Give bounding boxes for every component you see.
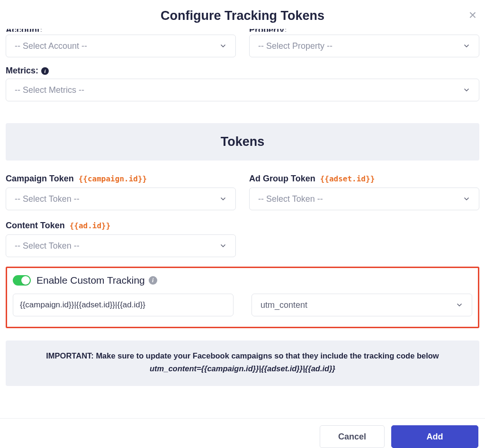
important-line1: IMPORTANT: Make sure to update your Face…	[46, 351, 439, 360]
toggle-knob	[21, 276, 30, 285]
custom-tracking-param-select[interactable]: utm_content	[251, 294, 472, 316]
info-icon[interactable]: i	[149, 276, 157, 285]
content-token-label: Content Token {{ad.id}}	[6, 221, 236, 231]
add-button[interactable]: Add	[391, 425, 478, 448]
important-notice: IMPORTANT: Make sure to update your Face…	[6, 340, 479, 386]
property-select[interactable]: -- Select Property --	[249, 35, 479, 57]
property-label: Property:	[249, 29, 479, 32]
account-select[interactable]: -- Select Account --	[6, 35, 236, 57]
enable-custom-tracking-label: Enable Custom Tracking i	[36, 275, 157, 286]
metrics-label: Metrics: i	[6, 66, 479, 76]
account-placeholder: -- Select Account --	[15, 41, 87, 51]
content-token-select[interactable]: -- Select Token --	[6, 234, 236, 257]
chevron-down-icon	[219, 195, 227, 203]
chevron-down-icon	[219, 242, 227, 250]
adgroup-token-label: Ad Group Token {{adset.id}}	[249, 174, 479, 184]
important-line2: utm_content={{campaign.id}}|{{adset.id}}…	[20, 363, 465, 375]
campaign-token-select[interactable]: -- Select Token --	[6, 188, 236, 210]
chevron-down-icon	[463, 195, 470, 203]
modal-title: Configure Tracking Tokens	[0, 9, 485, 23]
configure-tracking-modal: Configure Tracking Tokens × Account: -- …	[0, 0, 485, 448]
close-icon[interactable]: ×	[469, 9, 476, 22]
metrics-placeholder: -- Select Metrics --	[15, 85, 84, 95]
adgroup-token-code: {{adset.id}}	[320, 174, 375, 183]
property-placeholder: -- Select Property --	[258, 41, 332, 51]
info-icon[interactable]: i	[41, 67, 49, 75]
cancel-button[interactable]: Cancel	[320, 425, 385, 448]
chevron-down-icon	[219, 42, 227, 50]
content-token-code: {{ad.id}}	[70, 221, 111, 230]
chevron-down-icon	[463, 86, 470, 94]
account-label: Account:	[6, 29, 236, 32]
adgroup-token-select[interactable]: -- Select Token --	[249, 188, 479, 210]
campaign-token-code: {{campaign.id}}	[79, 174, 147, 183]
chevron-down-icon	[463, 42, 470, 50]
chevron-down-icon	[456, 301, 463, 309]
modal-body: Account: -- Select Account -- Property: …	[0, 29, 485, 418]
custom-tracking-pattern-input[interactable]	[13, 294, 234, 316]
enable-custom-tracking-toggle[interactable]	[13, 275, 31, 286]
modal-header: Configure Tracking Tokens ×	[0, 0, 485, 29]
metrics-select[interactable]: -- Select Metrics --	[6, 79, 479, 101]
modal-footer: Cancel Add	[0, 418, 485, 448]
tokens-section-header: Tokens	[6, 123, 479, 161]
campaign-token-label: Campaign Token {{campaign.id}}	[6, 174, 236, 184]
custom-tracking-highlight: Enable Custom Tracking i utm_content	[6, 267, 479, 328]
